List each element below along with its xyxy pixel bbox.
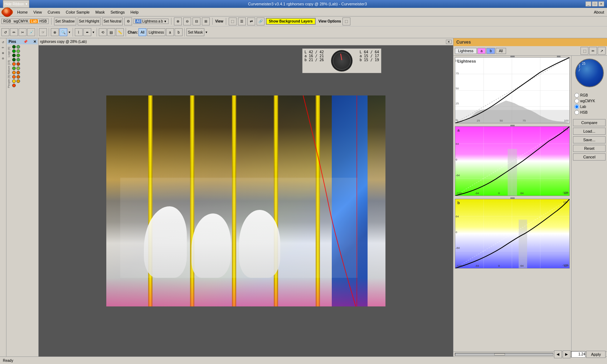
menu-color-sample[interactable]: Color Sample (63, 8, 93, 16)
view-option-1[interactable]: ⬚ (229, 18, 237, 25)
lock-button[interactable]: 🔗 (257, 18, 264, 25)
zoom-fit-button[interactable]: ⊟ (193, 18, 200, 25)
curve-icon-2[interactable]: ✏ (589, 47, 597, 55)
set-highlight-button[interactable]: Set Highlight (78, 18, 101, 25)
pin-dot[interactable] (16, 71, 20, 74)
pin-dot[interactable] (16, 45, 20, 49)
scroll-left-button[interactable]: ◀ (554, 350, 562, 358)
sidebar-tool-1[interactable]: ↺ (1, 40, 6, 45)
scroll-thumb[interactable] (494, 353, 505, 355)
image-close-button[interactable]: ✕ (446, 40, 452, 44)
radio-hsb-input[interactable] (574, 110, 579, 115)
tab-all[interactable]: All (496, 48, 506, 54)
pin-dot[interactable] (16, 75, 20, 79)
maximize-button[interactable]: □ (592, 1, 598, 6)
rotate-left-tool[interactable]: ↺ (1, 28, 9, 36)
measure-tool[interactable]: 📏 (116, 28, 124, 36)
zoom-in-button[interactable]: ⊕ (174, 18, 182, 25)
menu-view[interactable]: View (30, 8, 45, 16)
tab-b[interactable]: b (486, 48, 495, 54)
pencil-tool[interactable]: ✏ (10, 28, 18, 36)
view-option-2[interactable]: ☰ (238, 18, 246, 25)
lightness-curve-handle[interactable] (510, 56, 515, 58)
chan-lightness-button[interactable]: Lightness (147, 28, 165, 36)
pins-close-button[interactable]: ✕ (33, 40, 36, 44)
channel-dropdown[interactable]: All Lightness a b ▼ (133, 19, 169, 24)
set-shadow-button[interactable]: Set Shadow (54, 18, 76, 25)
reset-button[interactable]: Reset (573, 145, 606, 152)
a-curve-graph[interactable]: a 127 -128 -128 -64 0 64 127 64 0 -64 (455, 126, 570, 196)
sample-options-button[interactable]: ⚙ (124, 18, 132, 25)
cancel-button[interactable]: Cancel (573, 153, 606, 161)
radio-rgb[interactable]: RGB (574, 93, 604, 98)
menu-home[interactable]: Home (14, 8, 30, 16)
pin-dot[interactable] (12, 79, 16, 83)
radio-lab-input[interactable] (574, 104, 579, 109)
a-curve-handle[interactable] (510, 125, 515, 127)
sidebar-tool-3[interactable]: ⊕ (1, 50, 6, 55)
chan-a-button[interactable]: a (166, 28, 174, 36)
radio-wgcmyk-input[interactable] (574, 99, 579, 103)
mode-wgcmyk[interactable]: wgCMYK (13, 19, 30, 23)
compare-button[interactable]: Compare (573, 119, 606, 126)
load-button[interactable]: Load... (573, 128, 606, 135)
pin-dot[interactable] (12, 49, 16, 53)
tab-lightness[interactable]: Lightness (455, 48, 477, 54)
pin-dot[interactable] (12, 84, 16, 87)
view-options-expand[interactable]: ⬚ (343, 18, 350, 25)
radio-wgcmyk[interactable]: wgCMYK (574, 99, 604, 103)
pin-dot[interactable] (12, 62, 16, 66)
radio-rgb-input[interactable] (574, 93, 579, 98)
zoom-out-button[interactable]: ⊖ (183, 18, 191, 25)
eyedropper-tool[interactable]: 💉 (27, 28, 35, 36)
pin-dot[interactable] (12, 45, 16, 49)
image-canvas[interactable]: L 42 / 42 a 16 / 21 b 21 / 26 L 64 / 64 … (39, 45, 453, 356)
scroll-right-button[interactable]: ▶ (563, 350, 570, 358)
lasso-tool[interactable]: ⊗ (51, 28, 59, 36)
magnify-tool[interactable]: 🔍 (59, 28, 67, 36)
pin-dot[interactable] (16, 58, 20, 62)
close-button[interactable]: ✕ (598, 1, 604, 6)
menu-help[interactable]: Help (128, 8, 142, 16)
menu-settings[interactable]: Settings (108, 8, 128, 16)
scroll-track[interactable] (455, 353, 553, 356)
pin-dot[interactable] (12, 71, 16, 74)
menu-curves[interactable]: Curves (45, 8, 63, 16)
pin-dot[interactable] (12, 67, 16, 70)
menu-mask[interactable]: Mask (92, 8, 107, 16)
history-tool[interactable]: ⟲ (99, 28, 107, 36)
handle-right[interactable] (557, 56, 560, 58)
pin-dot[interactable] (16, 54, 20, 57)
pin-dot[interactable] (16, 62, 20, 66)
save-button[interactable]: Save... (573, 136, 606, 143)
curve-icon-3[interactable]: ↗ (598, 47, 606, 55)
curve-tool[interactable]: ⌇ (75, 28, 83, 36)
lightness-curve-graph[interactable]: Lightness 100 75 50 25 0 0 25 50 75 100 (455, 57, 570, 123)
compare-toggle[interactable]: ⇄ (247, 18, 255, 25)
pin-dot[interactable] (12, 75, 16, 79)
mode-lab-active[interactable]: Lab (30, 19, 38, 23)
pin-dot[interactable] (16, 49, 20, 53)
set-neutral-button[interactable]: Set Neutral (102, 18, 123, 25)
hand-tool[interactable]: ☞ (39, 28, 47, 36)
pin-dot[interactable] (12, 54, 16, 57)
radio-hsb[interactable]: HSB (574, 110, 604, 115)
mode-hsb[interactable]: HSB (38, 19, 48, 23)
b-curve-handle[interactable] (510, 197, 515, 199)
mode-rgb[interactable]: RGB (2, 19, 12, 23)
minimize-button[interactable]: _ (586, 1, 591, 6)
pin-dot[interactable] (16, 67, 20, 70)
show-background-layers-button[interactable]: Show Background Layers (266, 18, 316, 25)
tab-a[interactable]: a (477, 48, 486, 54)
pin-dot[interactable] (16, 79, 20, 83)
chan-all-button[interactable]: All (139, 28, 146, 36)
scissors-tool[interactable]: ✂ (19, 28, 26, 36)
zoom-100-button[interactable]: ⊞ (202, 18, 210, 25)
sidebar-tool-4[interactable]: ⊖ (1, 56, 6, 61)
b-curve-graph[interactable]: b 127 -128 -128 -64 0 64 127 64 0 -64 (455, 199, 570, 269)
pin-dot[interactable] (12, 58, 16, 62)
layers-tool[interactable]: ▤ (107, 28, 115, 36)
curve-value-input[interactable] (571, 351, 586, 358)
set-mask-button[interactable]: Set Mask (186, 28, 204, 36)
curve-icon-1[interactable]: ⬚ (581, 47, 588, 55)
